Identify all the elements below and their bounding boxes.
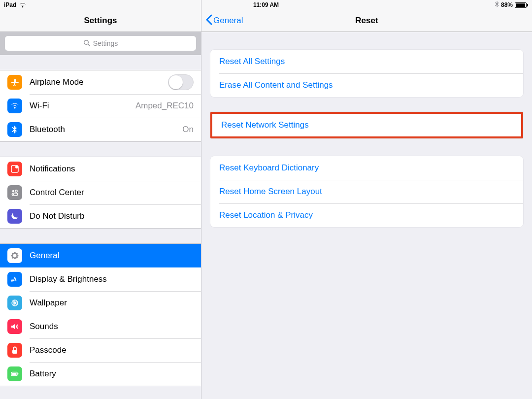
battery-icon [515,2,528,8]
bluetooth-status-icon [495,1,499,9]
sidebar-item-battery[interactable]: Battery [0,362,201,386]
bluetooth-icon [7,122,22,137]
chevron-left-icon [205,14,212,28]
back-button[interactable]: General [205,10,243,32]
display-icon: AA [7,272,22,287]
detail-item-reset-network[interactable]: Reset Network Settings [212,113,521,137]
detail-group: Reset All SettingsErase All Content and … [210,50,523,97]
sidebar-item-controlcenter[interactable]: Control Center [0,181,201,204]
search-icon [83,39,90,48]
wifi-value: Amped_REC10 [135,101,194,111]
detail-item-reset-all[interactable]: Reset All Settings [210,50,523,73]
moon-icon [7,209,22,224]
svg-rect-19 [18,373,19,375]
detail-item-erase-all[interactable]: Erase All Content and Settings [210,73,523,97]
sidebar-item-wallpaper[interactable]: Wallpaper [0,291,201,315]
wallpaper-icon [7,296,22,310]
sidebar-item-label: Airplane Mode [30,77,168,87]
sidebar-item-general[interactable]: General [0,244,201,267]
control-center-icon [7,185,22,200]
search-wrap: Settings [0,32,201,55]
notifications-icon [7,162,22,176]
svg-point-4 [12,190,14,192]
sidebar-group: Airplane ModeWi-FiAmped_REC10BluetoothOn [0,70,201,142]
sidebar-item-dnd[interactable]: Do Not Disturb [0,204,201,228]
lock-icon [7,343,22,358]
sidebar-title: Settings [84,16,117,26]
detail-item-label: Reset All Settings [219,57,285,66]
detail-pane: General Reset Reset All SettingsErase Al… [201,0,532,399]
sidebar-item-label: Wi-Fi [30,101,135,111]
gear-icon [7,248,22,263]
svg-point-5 [15,190,17,192]
detail-item-reset-keyboard[interactable]: Reset Keyboard Dictionary [210,156,523,180]
detail-item-reset-home[interactable]: Reset Home Screen Layout [210,180,523,203]
status-left: iPad [4,0,26,10]
detail-item-reset-location[interactable]: Reset Location & Privacy [210,203,523,227]
svg-point-7 [12,194,14,195]
sidebar-item-wifi[interactable]: Wi-FiAmped_REC10 [0,94,201,118]
sidebar-item-label: General [30,251,194,261]
detail-item-label: Reset Location & Privacy [219,210,313,220]
device-name: iPad [4,1,16,8]
sidebar-item-label: Display & Brightness [30,274,194,284]
battery-icon [7,366,22,381]
sidebar-item-label: Do Not Disturb [30,211,194,221]
svg-rect-16 [12,350,17,354]
sidebar-item-display[interactable]: AADisplay & Brightness [0,267,201,291]
airplane-icon [7,75,22,90]
sidebar-item-label: Wallpaper [30,298,194,308]
sidebar-list[interactable]: Airplane ModeWi-FiAmped_REC10BluetoothOn… [0,55,201,399]
sidebar-item-notifications[interactable]: Notifications [0,157,201,181]
sidebar-item-bluetooth[interactable]: BluetoothOn [0,118,201,141]
sidebar-group: NotificationsControl CenterDo Not Distur… [0,157,201,229]
sidebar-item-label: Sounds [30,322,194,332]
battery-pct: 88% [501,1,513,8]
sidebar-item-sounds[interactable]: Sounds [0,315,201,338]
detail-group: Reset Keyboard DictionaryReset Home Scre… [210,156,523,227]
search-placeholder: Settings [93,39,118,47]
svg-rect-18 [12,373,17,375]
detail-item-label: Reset Home Screen Layout [219,187,322,197]
svg-text:A: A [11,279,13,282]
detail-item-label: Erase All Content and Settings [219,80,333,90]
sidebar-item-label: Battery [30,369,194,379]
settings-sidebar: Settings Settings Airplane ModeWi-FiAmpe… [0,0,201,399]
sidebar-item-label: Passcode [30,345,194,355]
status-time: 11:09 AM [0,0,532,10]
detail-scroll[interactable]: Reset All SettingsErase All Content and … [201,32,532,399]
svg-point-3 [15,166,18,168]
sidebar-item-passcode[interactable]: Passcode [0,338,201,362]
status-bar: iPad 11:09 AM 88% [0,0,532,10]
detail-group-highlight: Reset Network Settings [210,112,523,138]
svg-line-1 [88,44,90,46]
sidebar-item-airplane[interactable]: Airplane Mode [0,70,201,94]
status-right: 88% [495,0,528,10]
back-label: General [213,16,243,26]
wifi-status-icon [19,2,26,8]
sidebar-item-label: Notifications [30,164,194,174]
sidebar-item-label: Bluetooth [30,125,182,134]
wifi-icon [7,99,22,113]
sidebar-group: GeneralAADisplay & BrightnessWallpaperSo… [0,243,201,386]
bluetooth-value: On [182,125,194,134]
search-input[interactable]: Settings [5,36,196,51]
airplane-toggle[interactable] [168,74,194,90]
svg-text:A: A [13,276,17,282]
detail-title: Reset [355,16,378,26]
sounds-icon [7,319,22,334]
detail-item-label: Reset Network Settings [221,120,309,130]
sidebar-item-label: Control Center [30,188,194,198]
detail-item-label: Reset Keyboard Dictionary [219,163,319,173]
